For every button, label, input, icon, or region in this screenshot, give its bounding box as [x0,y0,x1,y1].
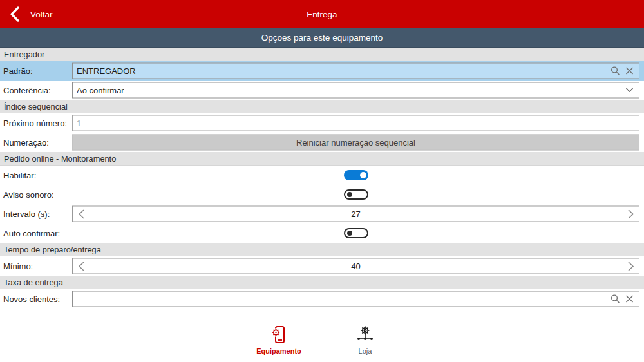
row-minimo: Mínimo: 40 [0,256,644,276]
search-icon[interactable] [611,66,620,76]
novos-clientes-input[interactable] [72,291,639,307]
toggle-knob [360,172,366,178]
tab-loja[interactable]: Loja [337,325,393,355]
intervalo-label: Intervalo (s): [3,209,50,219]
subheader-title: Opções para este equipamento [261,33,383,43]
increment-icon[interactable] [622,209,639,219]
section-tempo-preparo: Tempo de preparo/entrega [0,243,644,256]
row-novos-clientes: Novos clientes: [0,289,644,309]
aviso-sonoro-label: Aviso sonoro: [3,190,54,200]
decrement-icon[interactable] [73,261,90,271]
proximo-numero-value: 1 [77,119,635,128]
bottom-tab-bar: Equipamento [0,325,644,358]
page-title: Entrega [0,10,644,19]
padrao-value: ENTREGADOR [77,66,611,76]
tab-equipamento[interactable]: Equipamento [251,325,307,355]
section-indice-sequencial: Índice sequencial [0,100,644,113]
section-entregador: Entregador [0,48,644,61]
back-button[interactable]: Voltar [0,6,53,23]
row-padrao: Padrão: ENTREGADOR [0,61,644,81]
app-window: Voltar Entrega Opções para este equipame… [0,0,644,362]
habilitar-label: Habilitar: [3,171,36,180]
minimo-value: 40 [90,262,622,271]
novos-clientes-label: Novos clientes: [3,294,60,304]
decrement-icon[interactable] [73,209,90,219]
habilitar-toggle[interactable] [344,170,368,180]
row-intervalo: Intervalo (s): 27 [0,204,644,224]
conferencia-label: Conferência: [3,86,51,95]
header-bar: Voltar Entrega [0,0,644,28]
row-proximo-numero: Próximo número: 1 [0,113,644,133]
row-aviso-sonoro: Aviso sonoro: [0,185,644,204]
proximo-numero-label: Próximo número: [3,119,67,128]
padrao-label: Padrão: [3,66,33,76]
chevron-down-icon [625,88,634,93]
toggle-knob [347,192,352,197]
intervalo-value: 27 [90,209,622,219]
subheader-bar: Opções para este equipamento [0,28,644,48]
aviso-sonoro-toggle[interactable] [344,189,368,200]
tab-label: Loja [359,347,372,355]
conferencia-value: Ao confirmar [77,86,625,95]
numeracao-label: Numeração: [3,138,49,148]
minimo-label: Mínimo: [3,262,33,271]
search-icon[interactable] [611,294,620,304]
clear-icon[interactable] [625,67,634,75]
back-label: Voltar [30,10,53,19]
store-network-gear-icon [355,325,375,345]
back-chevron-icon [8,6,23,23]
device-gear-icon [269,325,289,345]
reiniciar-numeracao-button[interactable]: Reiniciar numeração sequencial [72,135,639,151]
section-taxa-entrega: Taxa de entrega [0,276,644,289]
clear-icon[interactable] [625,295,634,303]
intervalo-stepper: 27 [72,206,639,222]
auto-confirmar-label: Auto confirmar: [3,229,60,238]
section-pedido-online: Pedido online - Monitoramento [0,152,644,166]
minimo-stepper: 40 [72,258,639,274]
row-conferencia: Conferência: Ao confirmar [0,81,644,100]
toggle-knob [347,231,352,236]
row-habilitar: Habilitar: [0,166,644,185]
increment-icon[interactable] [622,261,639,271]
conferencia-select[interactable]: Ao confirmar [72,82,639,99]
tab-label: Equipamento [256,347,301,355]
row-numeracao: Numeração: Reiniciar numeração sequencia… [0,133,644,152]
row-auto-confirmar: Auto confirmar: [0,224,644,243]
proximo-numero-input[interactable]: 1 [72,115,639,131]
padrao-input[interactable]: ENTREGADOR [72,63,639,79]
auto-confirmar-toggle[interactable] [344,228,368,238]
